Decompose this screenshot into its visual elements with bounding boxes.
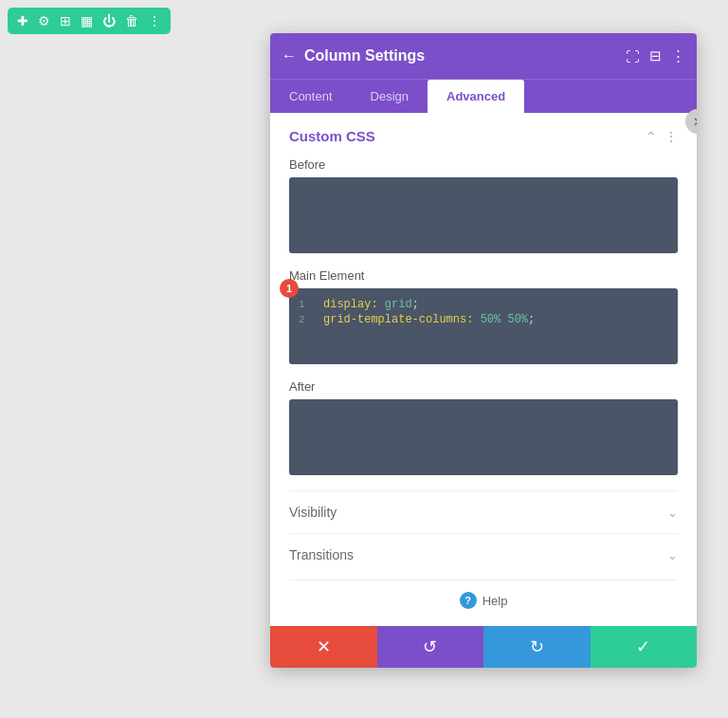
panel-header-actions: ⛶ ⊟ ⋮ (626, 47, 685, 64)
notification-badge: 1 (280, 279, 299, 298)
section-more-icon[interactable]: ⋮ (664, 129, 678, 144)
top-toolbar: ✚ ⚙ ⊞ ▦ ⏻ 🗑 ⋮ (8, 8, 171, 34)
after-label: After (289, 379, 678, 394)
help-icon[interactable]: ? (460, 592, 477, 609)
cancel-button[interactable]: ✕ (270, 626, 377, 668)
main-element-code-editor[interactable]: 1 display: grid ; 2 grid-template-column… (289, 288, 678, 364)
code-val-2: 50% 50% (473, 313, 528, 326)
fullscreen-icon[interactable]: ⛶ (626, 48, 640, 64)
tab-advanced[interactable]: Advanced (428, 80, 524, 113)
code-prop-2: grid-template-columns: (323, 313, 473, 326)
code-prop-1: display: (323, 298, 378, 311)
help-row: ? Help (289, 580, 678, 617)
panel-footer: ✕ ↺ ↻ ✓ (270, 626, 697, 668)
power-icon[interactable]: ⏻ (102, 13, 116, 28)
main-element-wrapper: 1 1 display: grid ; 2 grid-template-colu… (289, 288, 678, 364)
panel-header: ← Column Settings ⛶ ⊟ ⋮ (270, 33, 697, 79)
custom-css-section-header: Custom CSS ⌃ ⋮ (289, 128, 678, 144)
before-code-editor[interactable] (289, 177, 678, 253)
back-button[interactable]: ← (282, 47, 297, 64)
collapse-icon[interactable]: ⌃ (646, 129, 657, 144)
panel-title: Column Settings (304, 47, 618, 64)
confirm-button[interactable]: ✓ (591, 626, 698, 668)
columns-icon[interactable]: ⊟ (649, 47, 662, 64)
code-semi-2: ; (528, 313, 535, 326)
after-code-editor[interactable] (289, 399, 678, 475)
trash-icon[interactable]: 🗑 (125, 13, 138, 28)
code-line-1: 1 display: grid ; (299, 298, 668, 311)
redo-button[interactable]: ↻ (483, 626, 591, 668)
transitions-section[interactable]: Transitions ⌄ (289, 533, 678, 576)
transitions-chevron-icon: ⌄ (667, 548, 678, 562)
before-label: Before (289, 157, 678, 172)
line-number-2: 2 (299, 313, 316, 325)
custom-css-title: Custom CSS (289, 128, 375, 144)
visibility-section[interactable]: Visibility ⌄ (289, 490, 678, 533)
plus-icon[interactable]: ✚ (17, 13, 28, 28)
gear-icon[interactable]: ⚙ (38, 13, 50, 28)
section-header-actions: ⌃ ⋮ (646, 129, 678, 144)
column-settings-panel: ← Column Settings ⛶ ⊟ ⋮ Content Design A… (270, 33, 697, 668)
code-semi-1: ; (412, 298, 419, 311)
tab-content[interactable]: Content (270, 80, 352, 113)
transitions-label: Transitions (289, 547, 354, 562)
more-icon[interactable]: ⋮ (148, 13, 161, 28)
tab-design[interactable]: Design (352, 80, 428, 113)
visibility-chevron-icon: ⌄ (667, 506, 678, 520)
code-val-1: grid (378, 298, 412, 311)
line-number-1: 1 (299, 298, 316, 310)
panel-body: Custom CSS ⌃ ⋮ Before Main Element 1 1 d… (270, 113, 697, 626)
grid-icon[interactable]: ▦ (81, 13, 93, 28)
layout-icon[interactable]: ⊞ (60, 13, 71, 28)
tabs-bar: Content Design Advanced (270, 79, 697, 113)
main-element-label: Main Element (289, 268, 678, 283)
help-label[interactable]: Help (482, 594, 508, 608)
panel-more-icon[interactable]: ⋮ (671, 47, 685, 64)
undo-button[interactable]: ↺ (377, 626, 484, 668)
visibility-label: Visibility (289, 505, 337, 520)
code-line-2: 2 grid-template-columns: 50% 50% ; (299, 313, 668, 326)
